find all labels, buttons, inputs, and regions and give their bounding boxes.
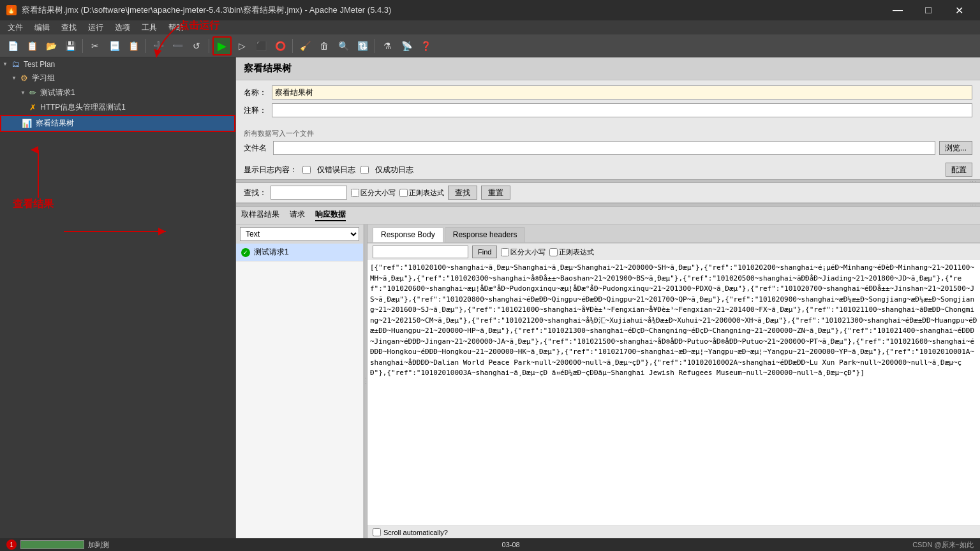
err-log-checkbox[interactable] xyxy=(302,166,311,174)
plan-icon: 🗂 xyxy=(11,59,20,69)
response-case-label: 区分大小写 xyxy=(501,247,546,257)
window-title: 察看结果树.jmx (D:\software\jmeter\apache-jme… xyxy=(22,4,391,16)
clear-button[interactable]: 🧹 xyxy=(296,37,314,55)
reset-button[interactable]: 🔃 xyxy=(353,37,371,55)
copy-button[interactable]: 📃 xyxy=(105,37,123,55)
progress-bar xyxy=(20,540,84,549)
app-icon: 🔥 xyxy=(6,5,17,15)
name-label: 名称： xyxy=(244,87,267,98)
left-panel: ▼ 🗂 Test Plan ▼ ⚙ 学习组 ▼ ✏ 测试请求1 ✗ HTTP信息… xyxy=(0,57,236,538)
tree-item-test-plan[interactable]: ▼ 🗂 Test Plan xyxy=(0,57,235,71)
watermark-text: CSDN @原来~如此 xyxy=(912,541,974,548)
stop-button[interactable]: ⬛ xyxy=(252,37,270,55)
case-sensitive-checkbox[interactable] xyxy=(351,189,359,197)
response-find-button[interactable]: Find xyxy=(472,246,497,258)
clear-all-button[interactable]: 🗑 xyxy=(315,37,333,55)
run-button[interactable]: ▶ xyxy=(212,36,232,55)
response-text: [{"ref":"101020100~shanghai~ã¸Ðæµ~Shangh… xyxy=(370,263,977,377)
request-tab[interactable]: 请求 xyxy=(290,209,305,221)
menu-help[interactable]: 帮助 xyxy=(163,21,189,34)
templates-button[interactable]: 📋 xyxy=(23,37,41,55)
tree-label-http-header: HTTP信息头管理器测试1 xyxy=(40,102,126,113)
toolbar: 📄 📋 📂 💾 ✂ 📃 📋 ➕ ➖ ↺ ▶ ▷ ⬛ ⭕ 🧹 🗑 🔍 🔃 ⚗ 📡 … xyxy=(0,34,980,57)
tree-item-study-group[interactable]: ▼ ⚙ 学习组 xyxy=(0,71,235,85)
shutdown-button[interactable]: ⭕ xyxy=(271,37,289,55)
paste-button[interactable]: 📋 xyxy=(124,37,142,55)
menu-options[interactable]: 选项 xyxy=(110,21,135,34)
response-find-input[interactable] xyxy=(373,246,468,258)
menu-file[interactable]: 文件 xyxy=(3,21,28,34)
success-log-label: 仅成功日志 xyxy=(375,165,413,175)
collapse-button[interactable]: ➖ xyxy=(168,37,186,55)
menu-edit[interactable]: 编辑 xyxy=(29,21,55,34)
scroll-auto-checkbox[interactable] xyxy=(373,528,381,536)
name-input[interactable] xyxy=(272,85,972,99)
new-button[interactable]: 📄 xyxy=(4,37,22,55)
request-list-item[interactable]: ✓ 测试请求1 xyxy=(236,244,363,261)
response-tabs-bar: Response Body Response headers xyxy=(368,224,980,243)
regex-label: 正则表达式 xyxy=(399,188,444,198)
results-format-dropdown[interactable]: Text xyxy=(240,227,359,241)
close-button[interactable]: ✕ xyxy=(944,0,974,20)
file-input[interactable] xyxy=(273,141,935,155)
err-log-label: 仅错误日志 xyxy=(317,165,355,175)
save-button[interactable]: 💾 xyxy=(61,37,79,55)
open-button[interactable]: 📂 xyxy=(42,37,60,55)
file-label: 文件名 xyxy=(244,143,269,154)
response-find-bar: Find 区分大小写 正则表达式 xyxy=(368,243,980,260)
expand-button[interactable]: ➕ xyxy=(149,37,167,55)
success-log-checkbox[interactable] xyxy=(360,166,369,174)
toolbar-sep2 xyxy=(145,39,146,53)
sampler-results-tab[interactable]: 取样器结果 xyxy=(241,209,279,221)
search-bar: 查找： 区分大小写 正则表达式 查找 重置 xyxy=(236,183,980,203)
right-panel: 察看结果树 名称： 注释： 所有数据写入一个文件 文件名 浏览... 显示日志内… xyxy=(236,57,980,538)
search-input[interactable] xyxy=(271,186,347,200)
file-section-title: 所有数据写入一个文件 xyxy=(244,129,972,138)
file-section: 所有数据写入一个文件 文件名 浏览... xyxy=(236,126,980,160)
window-controls: — □ ✕ xyxy=(883,0,974,20)
status-bar: 1 加到测 03-08 CSDN @原来~如此 xyxy=(0,538,980,551)
comment-input[interactable] xyxy=(272,103,972,117)
response-regex-checkbox[interactable] xyxy=(549,248,558,256)
tree-label-test-plan: Test Plan xyxy=(24,60,55,69)
response-body-content: [{"ref":"101020100~shanghai~ã¸Ðæµ~Shangh… xyxy=(368,260,980,525)
find-button[interactable]: 查找 xyxy=(448,186,477,200)
reset-button[interactable]: 重置 xyxy=(481,186,510,200)
comment-label: 注释： xyxy=(244,105,267,116)
response-data-tab[interactable]: 响应数据 xyxy=(315,209,346,221)
menu-find[interactable]: 查找 xyxy=(56,21,82,34)
tree-item-view-results[interactable]: 📊 察看结果树 xyxy=(0,115,235,132)
sampler-icon: ✏ xyxy=(29,88,36,98)
maximize-button[interactable]: □ xyxy=(914,0,943,20)
browse-button[interactable]: 浏览... xyxy=(939,141,972,155)
response-body-tab[interactable]: Response Body xyxy=(373,227,443,242)
tree-item-http-header[interactable]: ✗ HTTP信息头管理器测试1 xyxy=(0,100,235,115)
search-label: 查找： xyxy=(244,187,267,198)
cut-button[interactable]: ✂ xyxy=(86,37,104,55)
regex-checkbox[interactable] xyxy=(399,189,408,197)
remote-start-button[interactable]: 📡 xyxy=(397,37,415,55)
help-button[interactable]: ❓ xyxy=(417,37,434,55)
config-button[interactable]: 配置 xyxy=(946,163,972,177)
tree-item-test-request[interactable]: ▼ ✏ 测试请求1 xyxy=(0,85,235,100)
toolbar-sep4 xyxy=(292,39,293,53)
response-headers-tab[interactable]: Response headers xyxy=(445,227,526,242)
sampler-tabs-header: 取样器结果 请求 响应数据 xyxy=(236,207,980,224)
function-helper-button[interactable]: ⚗ xyxy=(378,37,396,55)
menu-tools[interactable]: 工具 xyxy=(137,21,162,34)
case-sensitive-label: 区分大小写 xyxy=(351,188,396,198)
minimize-button[interactable]: — xyxy=(883,0,912,20)
toolbar-sep1 xyxy=(82,39,83,53)
panel-title: 察看结果树 xyxy=(236,57,980,80)
annotation-arrow-up xyxy=(35,147,41,198)
response-case-checkbox[interactable] xyxy=(501,248,509,256)
reset-gui-button[interactable]: ↺ xyxy=(188,37,205,55)
log-section: 显示日志内容： 仅错误日志 仅成功日志 配置 xyxy=(236,160,980,179)
group-icon: ⚙ xyxy=(20,73,28,83)
search-button[interactable]: 🔍 xyxy=(334,37,352,55)
menu-run[interactable]: 运行 xyxy=(83,21,108,34)
menu-bar: 文件 编辑 查找 运行 选项 工具 帮助 xyxy=(0,20,980,34)
status-time: 03-08 xyxy=(502,541,520,548)
start-no-pause-button[interactable]: ▷ xyxy=(233,37,251,55)
status-text: 加到测 xyxy=(88,540,109,550)
